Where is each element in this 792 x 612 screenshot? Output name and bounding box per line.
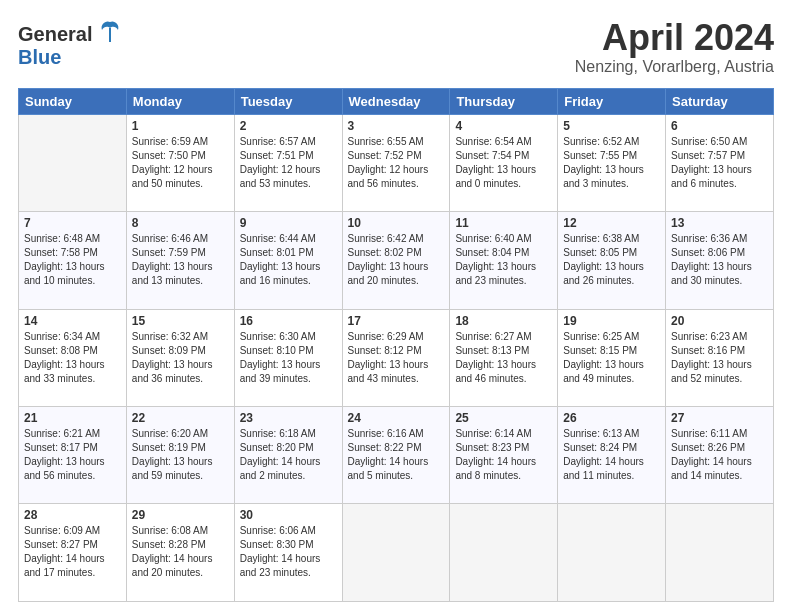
calendar-cell: 5Sunrise: 6:52 AM Sunset: 7:55 PM Daylig… bbox=[558, 114, 666, 211]
day-info: Sunrise: 6:09 AM Sunset: 8:27 PM Dayligh… bbox=[24, 524, 121, 580]
calendar-cell: 15Sunrise: 6:32 AM Sunset: 8:09 PM Dayli… bbox=[126, 309, 234, 406]
calendar-cell: 2Sunrise: 6:57 AM Sunset: 7:51 PM Daylig… bbox=[234, 114, 342, 211]
day-number: 8 bbox=[132, 216, 229, 230]
day-info: Sunrise: 6:42 AM Sunset: 8:02 PM Dayligh… bbox=[348, 232, 445, 288]
calendar-cell: 18Sunrise: 6:27 AM Sunset: 8:13 PM Dayli… bbox=[450, 309, 558, 406]
calendar-cell: 22Sunrise: 6:20 AM Sunset: 8:19 PM Dayli… bbox=[126, 407, 234, 504]
day-number: 6 bbox=[671, 119, 768, 133]
calendar-cell: 26Sunrise: 6:13 AM Sunset: 8:24 PM Dayli… bbox=[558, 407, 666, 504]
day-info: Sunrise: 6:40 AM Sunset: 8:04 PM Dayligh… bbox=[455, 232, 552, 288]
day-info: Sunrise: 6:30 AM Sunset: 8:10 PM Dayligh… bbox=[240, 330, 337, 386]
col-sunday: Sunday bbox=[19, 88, 127, 114]
calendar-cell: 14Sunrise: 6:34 AM Sunset: 8:08 PM Dayli… bbox=[19, 309, 127, 406]
day-number: 15 bbox=[132, 314, 229, 328]
day-number: 21 bbox=[24, 411, 121, 425]
day-number: 26 bbox=[563, 411, 660, 425]
calendar-cell: 21Sunrise: 6:21 AM Sunset: 8:17 PM Dayli… bbox=[19, 407, 127, 504]
day-number: 12 bbox=[563, 216, 660, 230]
day-info: Sunrise: 6:32 AM Sunset: 8:09 PM Dayligh… bbox=[132, 330, 229, 386]
calendar-cell: 1Sunrise: 6:59 AM Sunset: 7:50 PM Daylig… bbox=[126, 114, 234, 211]
calendar-cell bbox=[558, 504, 666, 602]
day-number: 20 bbox=[671, 314, 768, 328]
day-info: Sunrise: 6:13 AM Sunset: 8:24 PM Dayligh… bbox=[563, 427, 660, 483]
day-number: 18 bbox=[455, 314, 552, 328]
calendar-cell bbox=[19, 114, 127, 211]
day-number: 17 bbox=[348, 314, 445, 328]
day-number: 22 bbox=[132, 411, 229, 425]
calendar-cell: 19Sunrise: 6:25 AM Sunset: 8:15 PM Dayli… bbox=[558, 309, 666, 406]
calendar-title: April 2024 bbox=[575, 18, 774, 58]
col-thursday: Thursday bbox=[450, 88, 558, 114]
calendar-cell: 4Sunrise: 6:54 AM Sunset: 7:54 PM Daylig… bbox=[450, 114, 558, 211]
day-info: Sunrise: 6:18 AM Sunset: 8:20 PM Dayligh… bbox=[240, 427, 337, 483]
day-number: 10 bbox=[348, 216, 445, 230]
day-number: 2 bbox=[240, 119, 337, 133]
calendar-cell: 9Sunrise: 6:44 AM Sunset: 8:01 PM Daylig… bbox=[234, 212, 342, 309]
page: General Blue April 2024 Nenzing, Vorarlb… bbox=[0, 0, 792, 612]
day-number: 5 bbox=[563, 119, 660, 133]
calendar-cell bbox=[342, 504, 450, 602]
logo: General Blue bbox=[18, 18, 124, 69]
calendar-week-1: 1Sunrise: 6:59 AM Sunset: 7:50 PM Daylig… bbox=[19, 114, 774, 211]
col-tuesday: Tuesday bbox=[234, 88, 342, 114]
day-info: Sunrise: 6:36 AM Sunset: 8:06 PM Dayligh… bbox=[671, 232, 768, 288]
day-info: Sunrise: 6:11 AM Sunset: 8:26 PM Dayligh… bbox=[671, 427, 768, 483]
day-info: Sunrise: 6:21 AM Sunset: 8:17 PM Dayligh… bbox=[24, 427, 121, 483]
col-friday: Friday bbox=[558, 88, 666, 114]
calendar-cell bbox=[666, 504, 774, 602]
day-info: Sunrise: 6:34 AM Sunset: 8:08 PM Dayligh… bbox=[24, 330, 121, 386]
day-info: Sunrise: 6:57 AM Sunset: 7:51 PM Dayligh… bbox=[240, 135, 337, 191]
calendar-cell: 20Sunrise: 6:23 AM Sunset: 8:16 PM Dayli… bbox=[666, 309, 774, 406]
day-number: 16 bbox=[240, 314, 337, 328]
calendar-week-3: 14Sunrise: 6:34 AM Sunset: 8:08 PM Dayli… bbox=[19, 309, 774, 406]
col-wednesday: Wednesday bbox=[342, 88, 450, 114]
title-block: April 2024 Nenzing, Vorarlberg, Austria bbox=[575, 18, 774, 76]
day-number: 7 bbox=[24, 216, 121, 230]
day-number: 9 bbox=[240, 216, 337, 230]
col-saturday: Saturday bbox=[666, 88, 774, 114]
day-info: Sunrise: 6:52 AM Sunset: 7:55 PM Dayligh… bbox=[563, 135, 660, 191]
day-number: 3 bbox=[348, 119, 445, 133]
calendar-week-2: 7Sunrise: 6:48 AM Sunset: 7:58 PM Daylig… bbox=[19, 212, 774, 309]
day-number: 4 bbox=[455, 119, 552, 133]
calendar-week-4: 21Sunrise: 6:21 AM Sunset: 8:17 PM Dayli… bbox=[19, 407, 774, 504]
day-info: Sunrise: 6:16 AM Sunset: 8:22 PM Dayligh… bbox=[348, 427, 445, 483]
calendar-cell: 10Sunrise: 6:42 AM Sunset: 8:02 PM Dayli… bbox=[342, 212, 450, 309]
day-info: Sunrise: 6:08 AM Sunset: 8:28 PM Dayligh… bbox=[132, 524, 229, 580]
day-number: 25 bbox=[455, 411, 552, 425]
calendar-cell: 3Sunrise: 6:55 AM Sunset: 7:52 PM Daylig… bbox=[342, 114, 450, 211]
day-info: Sunrise: 6:20 AM Sunset: 8:19 PM Dayligh… bbox=[132, 427, 229, 483]
day-info: Sunrise: 6:48 AM Sunset: 7:58 PM Dayligh… bbox=[24, 232, 121, 288]
day-number: 27 bbox=[671, 411, 768, 425]
day-info: Sunrise: 6:54 AM Sunset: 7:54 PM Dayligh… bbox=[455, 135, 552, 191]
calendar-cell: 23Sunrise: 6:18 AM Sunset: 8:20 PM Dayli… bbox=[234, 407, 342, 504]
day-info: Sunrise: 6:23 AM Sunset: 8:16 PM Dayligh… bbox=[671, 330, 768, 386]
day-number: 19 bbox=[563, 314, 660, 328]
calendar-cell: 6Sunrise: 6:50 AM Sunset: 7:57 PM Daylig… bbox=[666, 114, 774, 211]
logo-bird-icon bbox=[96, 18, 124, 50]
calendar-week-5: 28Sunrise: 6:09 AM Sunset: 8:27 PM Dayli… bbox=[19, 504, 774, 602]
day-number: 14 bbox=[24, 314, 121, 328]
calendar-cell: 11Sunrise: 6:40 AM Sunset: 8:04 PM Dayli… bbox=[450, 212, 558, 309]
day-info: Sunrise: 6:25 AM Sunset: 8:15 PM Dayligh… bbox=[563, 330, 660, 386]
day-info: Sunrise: 6:27 AM Sunset: 8:13 PM Dayligh… bbox=[455, 330, 552, 386]
day-info: Sunrise: 6:06 AM Sunset: 8:30 PM Dayligh… bbox=[240, 524, 337, 580]
calendar-cell: 13Sunrise: 6:36 AM Sunset: 8:06 PM Dayli… bbox=[666, 212, 774, 309]
day-info: Sunrise: 6:44 AM Sunset: 8:01 PM Dayligh… bbox=[240, 232, 337, 288]
day-number: 11 bbox=[455, 216, 552, 230]
day-number: 28 bbox=[24, 508, 121, 522]
calendar-cell: 24Sunrise: 6:16 AM Sunset: 8:22 PM Dayli… bbox=[342, 407, 450, 504]
calendar-cell: 30Sunrise: 6:06 AM Sunset: 8:30 PM Dayli… bbox=[234, 504, 342, 602]
day-info: Sunrise: 6:46 AM Sunset: 7:59 PM Dayligh… bbox=[132, 232, 229, 288]
calendar-table: Sunday Monday Tuesday Wednesday Thursday… bbox=[18, 88, 774, 602]
calendar-cell: 16Sunrise: 6:30 AM Sunset: 8:10 PM Dayli… bbox=[234, 309, 342, 406]
calendar-cell: 25Sunrise: 6:14 AM Sunset: 8:23 PM Dayli… bbox=[450, 407, 558, 504]
calendar-subtitle: Nenzing, Vorarlberg, Austria bbox=[575, 58, 774, 76]
calendar-cell: 7Sunrise: 6:48 AM Sunset: 7:58 PM Daylig… bbox=[19, 212, 127, 309]
day-number: 1 bbox=[132, 119, 229, 133]
day-number: 24 bbox=[348, 411, 445, 425]
day-number: 29 bbox=[132, 508, 229, 522]
day-info: Sunrise: 6:38 AM Sunset: 8:05 PM Dayligh… bbox=[563, 232, 660, 288]
calendar-cell: 29Sunrise: 6:08 AM Sunset: 8:28 PM Dayli… bbox=[126, 504, 234, 602]
calendar-cell: 28Sunrise: 6:09 AM Sunset: 8:27 PM Dayli… bbox=[19, 504, 127, 602]
